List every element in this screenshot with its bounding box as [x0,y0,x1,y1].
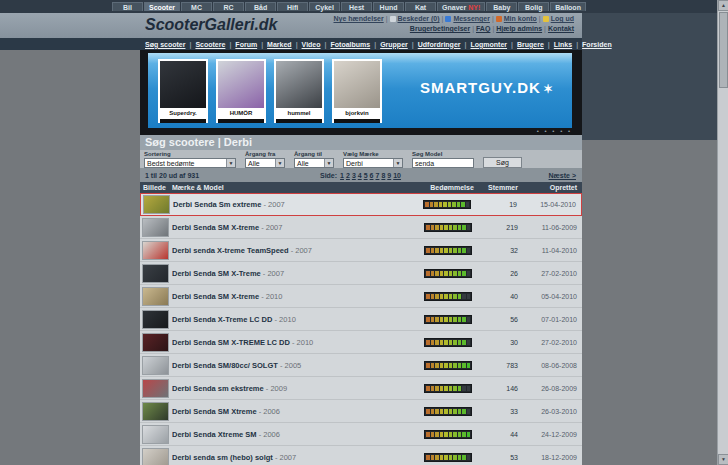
model-link[interactable]: Derbi Senda SM/80cc/ SOLGT [172,361,278,370]
page-link-5[interactable]: 5 [364,172,368,179]
info-link-3[interactable]: Kontakt [548,25,574,32]
ad-card-humr[interactable]: HUMÖR [216,59,266,123]
menu-item-logmonter[interactable]: Logmonter [470,41,507,48]
model-search-input[interactable] [412,158,474,168]
chevron-down-icon[interactable]: ▼ [393,159,402,167]
menu-item-forum[interactable]: Forum [235,41,257,48]
menu-item-forsiden[interactable]: Forsiden [582,41,612,48]
scroll-down-icon[interactable]: ▼ [718,454,728,465]
menu-item-grupper[interactable]: Grupper [380,41,408,48]
sort-select[interactable]: Bedst bedømte ▼ [144,158,236,168]
tab-gnaver[interactable]: GnaverNY! [437,2,485,11]
model-link[interactable]: Derbi Senda Xtreme SM [172,430,257,439]
tab-hund[interactable]: Hund [373,2,404,11]
model-link[interactable]: Derbi senda X-treme TeamSpeed [172,246,289,255]
tab-hest[interactable]: Hest [341,2,372,11]
table-row[interactable]: Derbi Senda Sm extreme - 20071915-04-201… [140,193,582,216]
model-link[interactable]: Derbi Senda Sm extreme [173,200,261,209]
model-link[interactable]: Derbi Senda SM Xtreme [172,407,257,416]
account-link-2[interactable]: Messenger [453,15,490,22]
scrollbar-thumb[interactable] [719,12,728,88]
menu-item-fotoalbums[interactable]: Fotoalbums [331,41,371,48]
rating-segment [449,317,453,322]
model-link[interactable]: Derbi Senda sm ekstreme [172,384,264,393]
menu-item-marked[interactable]: Marked [267,41,292,48]
ad-card-hummel[interactable]: hummel [274,59,324,123]
menu-item-links[interactable]: Links [554,41,572,48]
ad-card-bjorkvin[interactable]: bjorkvin [332,59,382,123]
model-link[interactable]: Derbi Senda SM X-treme [172,292,259,301]
year-from-select[interactable]: Alle ▼ [245,158,285,168]
votes-cell: 783 [480,362,518,369]
menu-item-brugere[interactable]: Brugere [517,41,544,48]
table-row[interactable]: Derbi senda X-treme TeamSpeed - 20073211… [140,239,582,262]
next-page-link[interactable]: Næste > [549,172,576,179]
info-link-0[interactable]: Brugerbetingelser [410,25,470,32]
model-link[interactable]: Derbi Senda SM X-treme [172,223,259,232]
tab-båd[interactable]: Båd [245,2,276,11]
tab-bil[interactable]: Bil [112,2,143,11]
tab-hifi[interactable]: Hifi [277,2,308,11]
menu-item-udfordringer[interactable]: Udfordringer [418,41,461,48]
rating-cell [424,315,480,324]
account-link-1[interactable]: Beskeder (0) [398,15,440,22]
table-row[interactable]: Derbi senda sm (hebo) solgt - 20075318-1… [140,446,582,465]
table-row[interactable]: Derbi Senda SM X-TREME LC DD - 20103027-… [140,331,582,354]
model-link[interactable]: Derbi Senda X-Treme LC DD [172,315,272,324]
table-row[interactable]: Derbi Senda SM Xtreme - 20063326-03-2010 [140,400,582,423]
account-link-0[interactable]: Nye hændelser [334,15,384,22]
brand-select[interactable]: Derbi ▼ [343,158,403,168]
page-link-6[interactable]: 6 [370,172,374,179]
tab-baby[interactable]: Baby [486,2,517,11]
info-link-1[interactable]: FAQ [476,25,490,32]
tab-rc[interactable]: RC [213,2,244,11]
table-row[interactable]: Derbi Senda sm ekstreme - 200914626-08-2… [140,377,582,400]
model-link[interactable]: Derbi Senda SM X-TREME LC DD [172,338,290,347]
menu-item-s-g-scooter[interactable]: Søg scooter [145,41,185,48]
year-to-select[interactable]: Alle ▼ [294,158,334,168]
table-row[interactable]: Derbi Senda SM/80cc/ SOLGT - 200578308-0… [140,354,582,377]
table-row[interactable]: Derbi Senda SM X-treme - 20104005-04-201… [140,285,582,308]
scrollbar[interactable]: ▲ ▼ [717,0,728,465]
page-link-10[interactable]: 10 [393,172,401,179]
rating-segment [440,363,444,368]
page-link-9[interactable]: 9 [387,172,391,179]
table-row[interactable]: Derbi Senda SM X-Treme - 20072627-02-201… [140,262,582,285]
site-logo[interactable]: ScooterGalleri.dk [145,16,278,34]
rating-segment [435,271,439,276]
ad-card-superdry[interactable]: Superdry. [158,59,208,123]
tab-cykel[interactable]: Cykel [309,2,340,11]
tab-mc[interactable]: MC [181,2,212,11]
page-link-8[interactable]: 8 [381,172,385,179]
page-link-7[interactable]: 7 [376,172,380,179]
chevron-down-icon[interactable]: ▼ [226,159,235,167]
page-link-1[interactable]: 1 [340,172,344,179]
page-link-3[interactable]: 3 [352,172,356,179]
chevron-down-icon[interactable]: ▼ [324,159,333,167]
info-link-2[interactable]: Hjælp admins [496,25,542,32]
brand-label: hummel [276,108,322,119]
smartguy-ad-banner[interactable]: Superdry.HUMÖRhummelbjorkvin SMARTGUY.DK… [148,53,572,128]
account-link-3[interactable]: Min konto [504,15,537,22]
model-link[interactable]: Derbi Senda SM X-Treme [172,269,261,278]
search-button[interactable]: Søg [483,157,522,168]
tab-kat[interactable]: Kat [405,2,436,11]
rating-bar [424,246,472,255]
banner-carousel-dots[interactable]: • • • • • [537,128,572,134]
table-row[interactable]: Derbi Senda Xtreme SM - 20064424-12-2009 [140,423,582,446]
menu-item-scootere[interactable]: Scootere [195,41,225,48]
page-link-2[interactable]: 2 [346,172,350,179]
page-link-4[interactable]: 4 [358,172,362,179]
tab-balloon[interactable]: Balloon [550,2,586,11]
model-link[interactable]: Derbi senda sm (hebo) solgt [172,453,273,462]
menu-item-video[interactable]: Video [302,41,321,48]
product-photo [160,61,206,108]
chevron-down-icon[interactable]: ▼ [275,159,284,167]
table-row[interactable]: Derbi Senda SM X-treme - 200721911-06-20… [140,216,582,239]
tab-scooter[interactable]: Scooter [144,2,180,11]
scroll-up-icon[interactable]: ▲ [718,0,728,11]
table-row[interactable]: Derbi Senda X-Treme LC DD - 20105607-01-… [140,308,582,331]
tab-bolig[interactable]: Bolig [518,2,549,11]
account-link-4[interactable]: Log ud [551,15,574,22]
rating-segment [467,455,471,460]
